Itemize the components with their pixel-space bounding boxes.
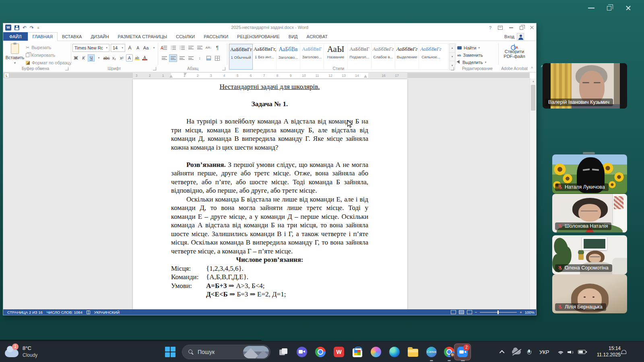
zoom-out-button[interactable]: − (475, 310, 477, 315)
first-line-indent-marker[interactable] (184, 73, 187, 76)
video-tile-kuzmych[interactable]: Валерій Іванович Кузьмич (543, 63, 627, 109)
increase-indent-button[interactable] (196, 44, 204, 51)
microsoft-store-button[interactable] (352, 346, 363, 358)
borders-button[interactable] (213, 54, 221, 62)
style-heading2[interactable]: АаБбВвГ Заголово... (300, 44, 324, 70)
notification-center-button[interactable] (621, 341, 626, 362)
save-button[interactable] (14, 25, 19, 30)
ribbon-display-options-button[interactable] (498, 26, 503, 30)
wps-office-button[interactable]: W (333, 346, 345, 358)
show-paragraph-marks-button[interactable]: ¶ (213, 44, 221, 51)
file-explorer-button[interactable] (407, 346, 419, 358)
print-layout-button[interactable] (459, 310, 464, 314)
italic-button[interactable]: К (80, 54, 87, 62)
help-button[interactable]: ? (489, 25, 491, 30)
format-painter-button[interactable]: Формат по образцу (26, 60, 72, 66)
word-minimize-button[interactable] (509, 27, 513, 28)
scrollbar-thumb[interactable] (531, 85, 535, 111)
align-right-button[interactable] (178, 54, 186, 62)
video-tile-sholokhova[interactable]: Шолохова Наталія (552, 194, 627, 232)
line-spacing-button[interactable]: ↕ (196, 54, 204, 62)
customize-qat-button[interactable]: ≡ (37, 25, 39, 31)
style-subtle-emphasis[interactable]: АаБбВвГг Слабое в... (372, 44, 395, 70)
tab-review[interactable]: РЕЦЕНЗИРОВАНИЕ (233, 32, 284, 41)
bold-button[interactable]: Ж (72, 54, 79, 62)
replace-button[interactable]: ab Заменить (457, 51, 497, 59)
copilot-button[interactable] (370, 346, 382, 358)
word-restore-button[interactable] (520, 26, 523, 30)
font-dialog-launcher[interactable] (153, 67, 156, 70)
right-indent-marker[interactable] (364, 75, 367, 78)
cut-button[interactable]: ✂ Вырезать (26, 44, 51, 51)
style-intense-emphasis[interactable]: АаБбВвГг Сильное... (419, 44, 443, 70)
wifi-tray-icon[interactable] (557, 341, 564, 362)
clipboard-dialog-launcher[interactable] (65, 67, 68, 70)
tab-mailings[interactable]: РАССЫЛКИ (199, 32, 233, 41)
proofing-icon[interactable] (87, 311, 90, 314)
style-subtitle[interactable]: АаБбВвГ Подзагол... (348, 44, 372, 70)
language-indicator[interactable]: УКРАИНСКИЙ (94, 310, 120, 315)
horizontal-ruler[interactable]: L 3 2 1 1 2 3 4 5 6 7 8 9 10 11 12 13 14… (3, 72, 530, 78)
strikethrough-button[interactable]: abc (103, 54, 110, 62)
scroll-up-icon[interactable]: ▴ (530, 80, 537, 83)
style-heading1[interactable]: АаБбВв Заголово... (277, 44, 300, 70)
create-pdf-button[interactable]: Створити PDF-файл (499, 44, 530, 59)
align-center-button[interactable] (169, 54, 177, 62)
subscript-button[interactable]: x₂ (111, 54, 118, 62)
sort-button[interactable]: АЯ↓ (204, 44, 213, 51)
video-tile-soromotina[interactable]: Олена Соромотіна (552, 235, 627, 274)
underline-button[interactable]: Ч (88, 54, 95, 62)
meeting-restore-button[interactable] (602, 3, 616, 13)
copy-button[interactable]: Копировать (26, 52, 55, 58)
decrease-indent-button[interactable] (187, 44, 195, 51)
task-view-button[interactable] (278, 346, 289, 358)
superscript-button[interactable]: x² (118, 54, 125, 62)
tab-references[interactable]: ССЫЛКИ (171, 32, 199, 41)
bullets-button[interactable] (160, 44, 168, 51)
zoom-slider[interactable] (480, 312, 517, 313)
read-mode-button[interactable] (451, 310, 456, 314)
styles-scroll-up-button[interactable]: ▴ (450, 44, 455, 53)
battery-tray-icon[interactable] (578, 341, 586, 362)
font-size-combo[interactable]: 14 ▾ (111, 44, 125, 52)
tray-show-hidden-icons[interactable] (501, 341, 504, 362)
taskbar-clock[interactable]: 15:14 11.12.2025 (597, 345, 621, 358)
tab-acrobat[interactable]: ACROBAT (302, 32, 332, 41)
align-left-button[interactable] (160, 54, 168, 62)
numbering-button[interactable] (169, 44, 177, 51)
chrome-profile-button[interactable] (444, 346, 455, 358)
meeting-close-button[interactable] (621, 3, 635, 13)
tab-design[interactable]: ДИЗАЙН (86, 32, 113, 41)
redo-button[interactable]: ↷ (30, 25, 34, 31)
style-no-spacing[interactable]: АаБбВвГг, 1 Без инт... (253, 44, 277, 70)
tab-file[interactable]: ФАЙЛ (3, 32, 28, 41)
multilevel-list-button[interactable] (178, 44, 186, 51)
meeting-minimize-button[interactable] (584, 3, 598, 13)
justify-button[interactable] (187, 54, 195, 62)
onedrive-tray-icon[interactable] (512, 341, 521, 362)
font-name-combo[interactable]: Times New Rc ▾ (72, 44, 109, 52)
taskbar-weather-widget[interactable]: 1 8°C Cloudy (5, 344, 37, 358)
paragraph-dialog-launcher[interactable] (222, 67, 225, 70)
find-button[interactable]: Найти ▾ (457, 44, 497, 51)
styles-scroll-down-button[interactable]: ▾ (450, 53, 455, 62)
edge-button[interactable] (389, 346, 400, 358)
grow-font-button[interactable]: А (126, 44, 133, 51)
volume-tray-icon[interactable] (568, 341, 573, 362)
style-emphasis[interactable]: АаБбВвГг Выделение (395, 44, 419, 70)
start-button[interactable] (165, 347, 175, 357)
word-count[interactable]: ЧИСЛО СЛОВ: 1084 (47, 310, 83, 315)
tab-page-layout[interactable]: РАЗМЕТКА СТРАНИЦЫ (114, 32, 171, 41)
tab-selector[interactable]: L (4, 73, 9, 78)
microphone-tray-icon[interactable] (527, 341, 530, 362)
zoom-in-button[interactable]: + (520, 310, 522, 315)
video-tile-lukychova[interactable]: Наталя Лукичова (552, 154, 627, 193)
shrink-font-button[interactable]: А (134, 44, 141, 51)
select-button[interactable]: Выделить ▾ (457, 59, 497, 66)
video-tile-bernatska[interactable]: Лілія Бернацька (552, 274, 627, 313)
zoom-level[interactable]: 100% (525, 310, 535, 315)
tab-view[interactable]: ВИД (284, 32, 302, 41)
page-indicator[interactable]: СТРАНИЦА 2 ИЗ 16 (7, 310, 43, 315)
video-panel-drag-handle[interactable] (583, 152, 595, 154)
canva-button[interactable]: Canva (426, 346, 437, 358)
